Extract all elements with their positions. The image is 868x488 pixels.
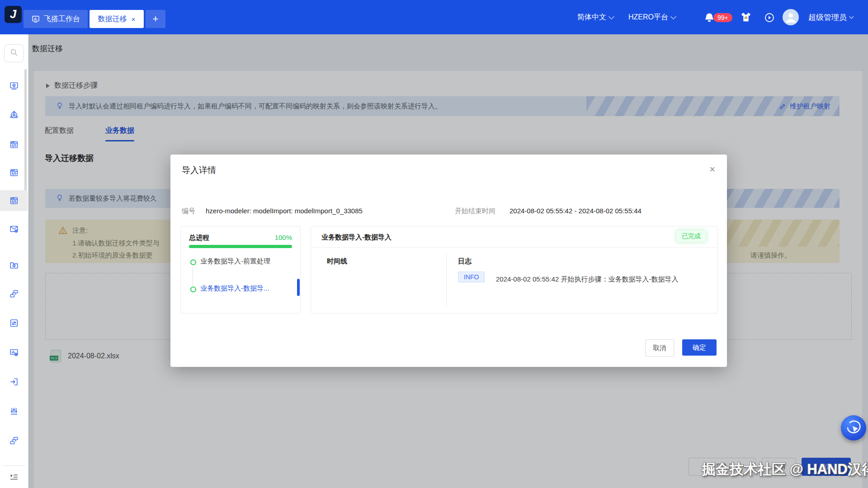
sidebar-item-network-gear-icon[interactable] [9,110,19,120]
progress-label: 总进程 [189,234,209,242]
modal-title: 导入详情 [182,164,216,176]
top-bar: J 飞搭工作台 数据迁移 × + 简体中文 HZERO平台 99+ [0,0,868,34]
log-entry-text: 2024-08-02 05:55:42 开始执行步骤：业务数据导入-数据导入 [496,272,686,286]
sidebar-item-folder-gear-icon[interactable] [9,260,19,270]
progress-percent: 100% [275,234,292,241]
tab-workspace[interactable]: 飞搭工作台 [24,10,88,28]
step-connector [193,267,193,286]
tab-data-migration-label: 数据迁移 [98,14,127,24]
log-label: 日志 [458,257,472,266]
logo-glyph: J [10,7,16,21]
code-value: hzero-modeler: modelImport: modelImport_… [206,207,363,215]
sidebar-search-button[interactable] [4,44,24,62]
plus-icon: + [153,13,159,25]
time-label: 开始结束时间 [455,207,495,216]
panel-divider [311,247,717,248]
assistant-bubble-button[interactable] [841,415,866,441]
sidebar-item-mail-gear-icon[interactable] [9,224,19,234]
tab-workspace-label: 飞搭工作台 [44,14,80,24]
sidebar-item-code-window-icon[interactable] [9,140,19,150]
chevron-down-icon [670,14,676,19]
language-switcher[interactable]: 简体中文 [577,0,613,34]
add-tab-button[interactable]: + [146,10,165,28]
avatar[interactable] [783,9,799,25]
sidebar-item-list-settings-icon[interactable] [9,318,19,328]
time-value: 2024-08-02 05:55:42 - 2024-08-02 05:55:4… [509,207,642,215]
steps-scrollbar[interactable] [297,279,300,296]
tour-play-icon[interactable] [764,12,775,25]
progress-bar [189,245,292,248]
assistant-swirl-icon [841,415,866,441]
modal-confirm-button[interactable]: 确定 [682,339,717,356]
tab-close-icon[interactable]: × [132,15,136,23]
modal-close-icon[interactable]: × [709,164,715,174]
search-icon [9,47,19,59]
timeline-label: 时间线 [327,257,347,266]
language-label: 简体中文 [577,13,606,22]
sidebar-item-filter-sliders-icon[interactable] [9,406,19,416]
sidebar-item-sitemap-icon[interactable] [9,436,19,446]
sidebar-item-code-window-icon[interactable] [9,168,19,178]
status-badge: 已完成 [676,230,706,242]
code-label: 编号 [182,207,195,216]
step-item-1[interactable]: 业务数据导入-前置处理 [200,257,295,266]
username-label: 超级管理员 [808,12,847,23]
app-window: J 飞搭工作台 数据迁移 × + 简体中文 HZERO平台 99+ [0,0,868,488]
user-menu[interactable]: 超级管理员 [808,0,853,34]
sidebar-item-sitemap-icon[interactable] [9,289,19,299]
sidebar-item-import-icon[interactable] [9,377,19,387]
step-detail-panel: 业务数据导入-数据导入 已完成 时间线 日志 INFO 2024-08-02 0… [311,226,718,314]
sidebar-item-code-window-active-icon[interactable] [9,196,19,206]
tenant-label: HZERO平台 [628,13,668,22]
modal-cancel-button[interactable]: 取消 [645,339,674,357]
step-dot-icon [190,259,196,265]
chevron-down-icon [849,14,854,19]
sidebar-item-terminal-list-icon[interactable] [9,472,19,482]
column-divider [446,253,447,308]
sidebar-item-chart-gear-icon[interactable] [9,347,19,357]
import-detail-modal: 导入详情 × 编号 hzero-modeler: modelImport: mo… [170,155,727,367]
notification-count-badge: 99+ [713,13,732,22]
tab-data-migration[interactable]: 数据迁移 × [90,10,144,28]
detail-title: 业务数据导入-数据导入 [321,233,392,242]
progress-panel: 总进程 100% 业务数据导入-前置处理 业务数据导入-数据导... [180,226,301,314]
watermark-text: 掘金技术社区 @ HAND汉得 [702,460,868,479]
sidebar-item-monitor-gear-icon[interactable] [9,81,19,91]
tenant-switcher[interactable]: HZERO平台 [628,0,675,34]
sidebar [0,34,28,488]
log-level-badge: INFO [458,272,485,282]
dashboard-icon [31,14,40,23]
sidebar-divider [3,465,25,466]
chevron-down-icon [609,14,614,19]
step-item-2-active[interactable]: 业务数据导入-数据导... [200,284,293,293]
theme-shirt-icon[interactable] [740,11,752,25]
sidebar-scrollbar[interactable] [24,69,27,197]
step-dot-icon [190,286,196,292]
app-logo[interactable]: J [5,6,22,23]
